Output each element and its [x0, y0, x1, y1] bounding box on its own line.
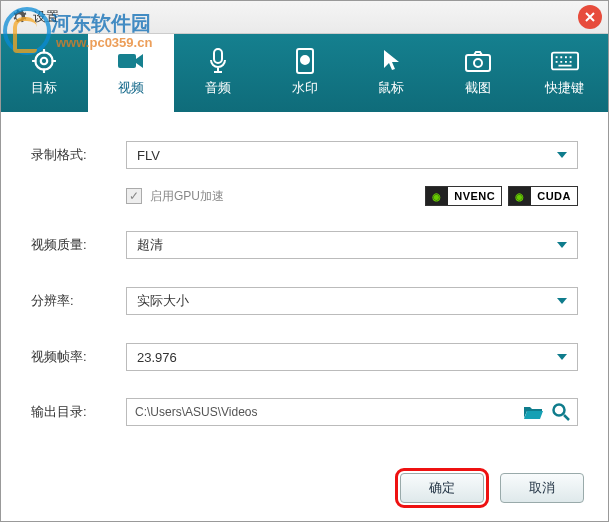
format-value: FLV [137, 148, 160, 163]
chevron-down-icon [557, 152, 567, 158]
cancel-button[interactable]: 取消 [500, 473, 584, 503]
chevron-down-icon [557, 354, 567, 360]
output-label: 输出目录: [31, 403, 126, 421]
tab-bar: 目标 视频 音频 水印 鼠标 截图 快捷键 [1, 34, 608, 112]
gpu-label: 启用GPU加速 [150, 188, 224, 205]
titlebar: 设置 [1, 1, 608, 34]
resolution-select[interactable]: 实际大小 [126, 287, 578, 315]
window-title: 设置 [33, 8, 59, 26]
target-icon [30, 49, 58, 73]
search-icon[interactable] [551, 402, 571, 422]
tab-label: 鼠标 [378, 79, 404, 97]
tab-target[interactable]: 目标 [1, 34, 88, 112]
tab-label: 水印 [292, 79, 318, 97]
gear-icon [11, 9, 27, 25]
tab-audio[interactable]: 音频 [174, 34, 261, 112]
tab-watermark[interactable]: 水印 [261, 34, 348, 112]
output-path-input[interactable]: C:\Users\ASUS\Videos [126, 398, 578, 426]
fps-value: 23.976 [137, 350, 177, 365]
resolution-value: 实际大小 [137, 292, 189, 310]
tab-hotkey[interactable]: 快捷键 [521, 34, 608, 112]
svg-rect-2 [118, 54, 136, 68]
ok-button[interactable]: 确定 [400, 473, 484, 503]
tab-label: 目标 [31, 79, 57, 97]
quality-select[interactable]: 超清 [126, 231, 578, 259]
chevron-down-icon [557, 298, 567, 304]
format-label: 录制格式: [31, 146, 126, 164]
chevron-down-icon [557, 242, 567, 248]
video-icon [117, 49, 145, 73]
svg-point-0 [36, 52, 53, 69]
close-button[interactable] [578, 5, 602, 29]
fps-select[interactable]: 23.976 [126, 343, 578, 371]
tab-label: 音频 [205, 79, 231, 97]
svg-point-1 [41, 58, 48, 65]
camera-icon [464, 49, 492, 73]
resolution-label: 分辨率: [31, 292, 126, 310]
microphone-icon [204, 49, 232, 73]
tab-label: 快捷键 [545, 79, 584, 97]
gpu-checkbox[interactable]: ✓ [126, 188, 142, 204]
cursor-icon [377, 49, 405, 73]
tab-label: 截图 [465, 79, 491, 97]
svg-rect-3 [214, 49, 222, 63]
tab-video[interactable]: 视频 [88, 34, 175, 112]
quality-label: 视频质量: [31, 236, 126, 254]
settings-form: 录制格式: FLV ✓ 启用GPU加速 ◉NVENC ◉CUDA 视频质量: 超… [1, 112, 608, 446]
tab-label: 视频 [118, 79, 144, 97]
tab-screenshot[interactable]: 截图 [435, 34, 522, 112]
fps-label: 视频帧率: [31, 348, 126, 366]
output-path-value: C:\Users\ASUS\Videos [135, 405, 258, 419]
cuda-badge: ◉CUDA [508, 186, 578, 206]
svg-point-7 [474, 59, 482, 67]
quality-value: 超清 [137, 236, 163, 254]
svg-point-9 [554, 405, 565, 416]
folder-open-icon[interactable] [523, 402, 543, 422]
dialog-footer: 确定 取消 [400, 473, 584, 503]
nvenc-badge: ◉NVENC [425, 186, 502, 206]
format-select[interactable]: FLV [126, 141, 578, 169]
keyboard-icon [551, 49, 579, 73]
svg-rect-6 [466, 55, 490, 71]
svg-point-5 [301, 56, 309, 64]
watermark-icon [291, 49, 319, 73]
tab-mouse[interactable]: 鼠标 [348, 34, 435, 112]
